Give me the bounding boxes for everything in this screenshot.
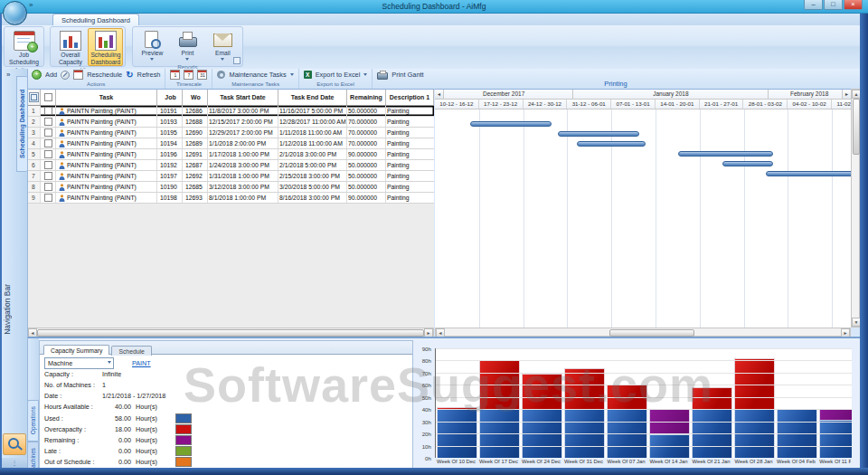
table-row[interactable]: 3PAINTN Painting (PAINT)101951269012/29/… xyxy=(27,128,434,138)
search-icon[interactable] xyxy=(3,433,26,455)
field-value: 1 xyxy=(102,381,106,389)
field-label: Overcapacity : xyxy=(44,425,102,433)
row-checkbox[interactable] xyxy=(44,183,52,191)
side-tab-operations[interactable]: Operations xyxy=(27,400,39,442)
timescale-week-icon[interactable]: 7 xyxy=(184,70,193,80)
scroll-right-icon[interactable]: ► xyxy=(842,90,851,99)
column-header-remaining[interactable]: Remaining xyxy=(347,90,386,105)
add-button[interactable]: Add xyxy=(45,71,57,79)
x-axis-label: Week Of 28 Jan xyxy=(732,459,775,464)
row-checkbox[interactable] xyxy=(44,172,52,180)
gantt-bar[interactable] xyxy=(577,141,646,147)
table-row[interactable]: 6PAINTN Painting (PAINT)10192126871/24/2… xyxy=(27,160,434,171)
toolbar-group-label: Export to Excel xyxy=(304,81,368,88)
row-checkbox[interactable] xyxy=(44,161,52,169)
grid-horizontal-scrollbar[interactable]: ◄ ► xyxy=(27,328,434,337)
chart-bar-column[interactable] xyxy=(733,348,776,458)
nav-footer-dots[interactable]: ⋮ xyxy=(2,458,27,468)
scrollbar-thumb[interactable] xyxy=(853,99,860,155)
sidebar-tab-scheduling-dashboard[interactable]: Scheduling Dashboard xyxy=(16,76,27,172)
dialog-launcher-button[interactable] xyxy=(233,57,241,64)
timescale-day-icon[interactable]: 1 xyxy=(170,70,180,80)
table-row[interactable]: 7PAINTN Painting (PAINT)10197126921/31/2… xyxy=(27,171,434,182)
row-checkbox[interactable] xyxy=(44,107,52,115)
row-checkbox[interactable] xyxy=(44,118,52,126)
scheduling-dashboard-button[interactable]: Scheduling Dashboard xyxy=(88,28,123,66)
toolbar-group-label: Maintenance Tasks xyxy=(217,81,293,88)
table-row[interactable]: 9PAINTN Painting (PAINT)10198126938/1/20… xyxy=(27,193,434,204)
chart-bar-column[interactable] xyxy=(521,348,563,458)
column-header-start[interactable]: Task Start Date xyxy=(208,90,278,105)
column-header-task[interactable]: Task xyxy=(56,90,157,105)
chart-bar-column[interactable] xyxy=(436,348,478,458)
row-checkbox[interactable] xyxy=(44,139,52,147)
tab-capacity-summary[interactable]: Capacity Summary xyxy=(43,345,109,355)
column-header-job[interactable]: Job xyxy=(157,90,183,105)
table-row[interactable]: 2PAINTN Painting (PAINT)101931268812/15/… xyxy=(27,117,434,128)
edit-icon[interactable] xyxy=(61,71,70,80)
chart-bar-column[interactable] xyxy=(648,348,691,458)
column-header-description[interactable]: Description 1 xyxy=(386,90,434,105)
minimize-button[interactable]: – xyxy=(804,0,823,10)
column-header-wo[interactable]: Wo xyxy=(183,90,208,105)
gantt-bar[interactable] xyxy=(558,131,639,137)
close-button[interactable]: × xyxy=(844,0,863,10)
chart-bar-column[interactable] xyxy=(606,348,648,458)
maintenance-tasks-button[interactable]: Maintenance Tasks xyxy=(229,71,286,79)
timescale-month-icon[interactable]: 31 xyxy=(197,70,207,80)
chart-bar-column[interactable] xyxy=(776,348,818,458)
tab-scheduling-dashboard[interactable]: Scheduling Dashboard xyxy=(52,14,139,25)
header-checkbox[interactable] xyxy=(44,93,52,101)
table-row[interactable]: 1PAINTN Painting (PAINT)101911268611/8/2… xyxy=(27,106,434,117)
gantt-bar[interactable] xyxy=(766,171,851,176)
wo-cell: 12690 xyxy=(183,128,208,138)
select-all-header-cell[interactable] xyxy=(27,90,41,105)
chart-bar-column[interactable] xyxy=(818,348,852,458)
overall-capacity-button[interactable]: Overall Capacity xyxy=(52,28,88,66)
chart-bar-column[interactable] xyxy=(691,348,733,458)
chart-bar-column[interactable] xyxy=(478,348,521,458)
refresh-button[interactable]: Refresh xyxy=(137,71,161,79)
wo-cell: 12693 xyxy=(183,193,208,203)
description-cell: Painting xyxy=(386,149,434,159)
description-cell: Painting xyxy=(386,182,434,192)
table-row[interactable]: 4PAINTN Painting (PAINT)10194126891/1/20… xyxy=(27,138,434,149)
row-checkbox[interactable] xyxy=(44,194,52,202)
reschedule-button[interactable]: Reschedule xyxy=(87,71,122,79)
application-menu-button[interactable] xyxy=(3,1,27,25)
chart-x-axis: Week Of 10 DecWeek Of 17 DecWeek Of 24 D… xyxy=(435,459,851,464)
capacity-chart: 0h10h20h30h40h50h60h70h80h90h Week Of 10… xyxy=(408,338,860,470)
print-gantt-button[interactable]: Print Gantt xyxy=(392,71,423,79)
preview-button[interactable]: Preview xyxy=(135,28,170,63)
export-to-excel-button[interactable]: Export to Excel xyxy=(316,71,361,79)
gantt-bar[interactable] xyxy=(470,121,552,127)
task-cell: PAINTN Painting (PAINT) xyxy=(56,160,157,170)
scrollbar-thumb[interactable] xyxy=(37,329,424,337)
checkbox-header-cell[interactable] xyxy=(41,90,56,105)
maximize-button[interactable]: □ xyxy=(824,0,843,10)
table-row[interactable]: 5PAINTN Painting (PAINT)10196126911/17/2… xyxy=(27,149,434,160)
chevron-down-icon[interactable] xyxy=(290,73,294,78)
description-cell: Painting xyxy=(386,117,434,127)
scroll-left-icon[interactable]: ◄ xyxy=(435,90,444,99)
job-scheduling-button[interactable]: + Job Scheduling xyxy=(6,28,42,66)
chart-bar-segment-used xyxy=(819,420,852,458)
gantt-bar[interactable] xyxy=(678,151,773,157)
toolbar-group-export: Export to Excel Export to Excel xyxy=(299,69,373,89)
machine-link[interactable]: PAINT xyxy=(132,359,151,367)
scrollbar-thumb[interactable] xyxy=(609,329,694,337)
row-checkbox[interactable] xyxy=(44,128,52,137)
column-header-end[interactable]: Task End Date xyxy=(278,90,347,105)
gantt-horizontal-scrollbar[interactable]: ◄ ► xyxy=(435,328,851,337)
gantt-chart: ◄ ► December 2017January 2018February 20… xyxy=(435,89,851,328)
tab-schedule[interactable]: Schedule xyxy=(111,346,151,356)
machine-selector-dropdown[interactable]: Machine xyxy=(44,357,114,369)
gantt-bar[interactable] xyxy=(722,161,773,166)
nav-collapse-chevron-icon[interactable]: » xyxy=(6,71,10,79)
gantt-vertical-scrollbar[interactable]: ▲ ▼ xyxy=(851,89,860,328)
chart-bar-column[interactable] xyxy=(563,348,606,458)
chevron-down-icon[interactable] xyxy=(363,73,367,78)
table-row[interactable]: 8PAINTN Painting (PAINT)10190126853/12/2… xyxy=(27,182,434,193)
row-checkbox[interactable] xyxy=(44,150,52,158)
print-button[interactable]: Print xyxy=(170,28,205,63)
